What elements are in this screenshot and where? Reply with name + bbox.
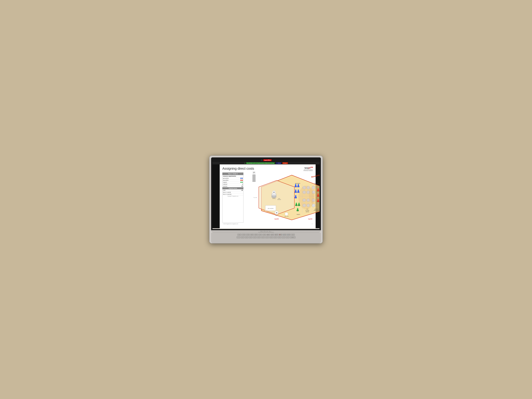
laptop-base: MacBook Air (211, 230, 321, 233)
notification-message: Sie befinden sich in der gemeinsamen Bil… (246, 162, 275, 164)
svg-text:building: building (272, 198, 276, 199)
dot-red-1 (241, 180, 241, 181)
slide-body: Year 1 / Order 1 resource requirements: … (222, 172, 313, 223)
svg-text:structure: structure (277, 199, 281, 200)
key-f4[interactable]: ⊟ F4 (254, 234, 258, 236)
svg-point-24 (298, 190, 299, 191)
due1-row: due in 1 period (222, 191, 243, 193)
key-f12[interactable]: 🔊 F12 (287, 234, 291, 236)
laptop-notch (258, 232, 274, 233)
key-f10[interactable]: 🔇 F10 (279, 234, 283, 236)
webcam-bar: SuperOffice (212, 159, 320, 162)
cash-value: 28 (241, 190, 243, 191)
key-f1[interactable]: ☼ F1 (242, 234, 246, 236)
material-row: material 4 (222, 183, 243, 185)
key-2[interactable]: 2 (245, 236, 248, 238)
revenue-value: 28 (241, 185, 243, 187)
key-4[interactable]: 4 (253, 236, 257, 238)
dot-blue-1 (241, 178, 241, 179)
diagram-area: 17 (246, 172, 313, 223)
key-8[interactable]: 8 (269, 236, 273, 238)
key-minus[interactable]: - (282, 236, 285, 238)
support-dots (241, 182, 243, 183)
cash-label: cash (223, 190, 226, 191)
cash-row: cash 28 (222, 189, 243, 191)
material-value: 4 (242, 184, 243, 185)
key-f11[interactable]: 🔉 F11 (283, 234, 287, 236)
key-backtick[interactable]: ` (237, 236, 240, 238)
svg-text:general &: general & (315, 209, 318, 210)
support-label: support (223, 182, 227, 183)
dot-green-2 (242, 182, 243, 183)
revenue-label: revenue (223, 185, 227, 187)
key-7[interactable]: 7 (265, 236, 269, 238)
key-0[interactable]: 0 (278, 236, 281, 238)
svg-marker-1 (259, 180, 294, 215)
svg-point-32 (296, 203, 297, 204)
svg-text:administrative: administrative (314, 210, 319, 211)
key-row-1: esc ☼ F1 ☼ F2 ⊞ F3 ⊟ F4 - F5 + F6 ◀◀ F7 … (212, 234, 320, 236)
slide-title: Assigning direct costs (222, 166, 254, 171)
svg-text:16: 16 (276, 212, 277, 214)
order-panel-header: Year 1 / Order 1 (222, 173, 243, 175)
key-f3[interactable]: ⊞ F3 (250, 234, 254, 236)
key-1[interactable]: 1 (241, 236, 244, 238)
key-f5[interactable]: - F5 (258, 234, 262, 236)
key-row-2: ` 1 2 3 4 5 6 7 8 9 0 - = delete (212, 236, 320, 238)
svg-point-20 (295, 190, 296, 191)
keyboard: esc ☼ F1 ☼ F2 ⊞ F3 ⊟ F4 - F5 + F6 ◀◀ F7 … (211, 233, 321, 243)
key-f9[interactable]: ▶▶ F9 (275, 234, 279, 236)
svg-text:other cost: other cost (285, 216, 289, 217)
logo-tagline2: Performance Solutions. (303, 170, 313, 171)
svg-text:generalists: generalists (295, 183, 300, 184)
superoffice-badge: SuperOffice (263, 159, 272, 161)
black-sidebar-left (212, 165, 220, 228)
footer-page: 1 (312, 223, 312, 224)
key-f7[interactable]: ◀◀ F7 (266, 234, 270, 236)
due2-row: due in 2 periods (222, 193, 243, 195)
svg-text:jobs accepted: jobs accepted (268, 208, 273, 209)
dot-red-2 (242, 180, 243, 181)
resource-requirements-label: resource requirements: (222, 175, 243, 177)
slide-header: Assigning direct costs targetSIM Busines… (222, 166, 313, 171)
specialists-label: specialists (223, 180, 228, 181)
due2-label: due in 2 periods (223, 194, 231, 195)
key-f6[interactable]: + F6 (262, 234, 266, 236)
slide-content: Assigning direct costs targetSIM Busines… (212, 165, 320, 228)
notification-bar: ◀ Sie befinden sich in der gemeinsamen B… (212, 162, 320, 165)
copyright: Copyright © targetsim.com (222, 195, 243, 197)
stop-button[interactable]: Stoppen (282, 162, 288, 164)
key-equals[interactable]: = (286, 236, 289, 238)
svg-point-12 (295, 184, 296, 185)
svg-text:of unsold: of unsold (305, 210, 309, 211)
screen-bezel: SuperOffice ◀ Sie befinden sich in der g… (211, 157, 321, 230)
key-9[interactable]: 9 (273, 236, 277, 238)
key-esc[interactable]: esc (237, 234, 242, 236)
svg-text:cost: cost (316, 211, 317, 212)
key-5[interactable]: 5 (257, 236, 261, 238)
svg-text:capacity: capacity (306, 211, 309, 212)
key-delete[interactable]: delete (290, 236, 296, 238)
specialists-dots (241, 180, 243, 181)
key-f8[interactable]: ▶ F8 (271, 234, 274, 236)
material-label: material (223, 184, 227, 185)
laptop: SuperOffice ◀ Sie befinden sich in der g… (209, 156, 323, 243)
screen: ◀ Sie befinden sich in der gemeinsamen B… (212, 162, 320, 229)
webcam-dot (261, 159, 262, 161)
key-3[interactable]: 3 (249, 236, 253, 238)
svg-point-86 (285, 212, 288, 215)
dot-blue-2 (242, 178, 243, 179)
svg-text:Year Progress: Year Progress (253, 197, 257, 198)
key-eject[interactable]: ⏏ (291, 234, 295, 236)
key-6[interactable]: 6 (261, 236, 265, 238)
svg-point-40 (297, 208, 298, 209)
key-f2[interactable]: ☼ F2 (246, 234, 250, 236)
payment-terms-header: Payment terms (222, 187, 243, 189)
dot-green-1 (241, 182, 241, 183)
support-row: support (222, 181, 243, 183)
notification-timer: ● 00:46 (276, 162, 281, 164)
logo-text: targetSIM (304, 166, 313, 169)
svg-text:Resources: Resources (311, 174, 320, 178)
svg-text:20: 20 (273, 192, 275, 193)
order-panel: Year 1 / Order 1 resource requirements: … (222, 172, 243, 223)
